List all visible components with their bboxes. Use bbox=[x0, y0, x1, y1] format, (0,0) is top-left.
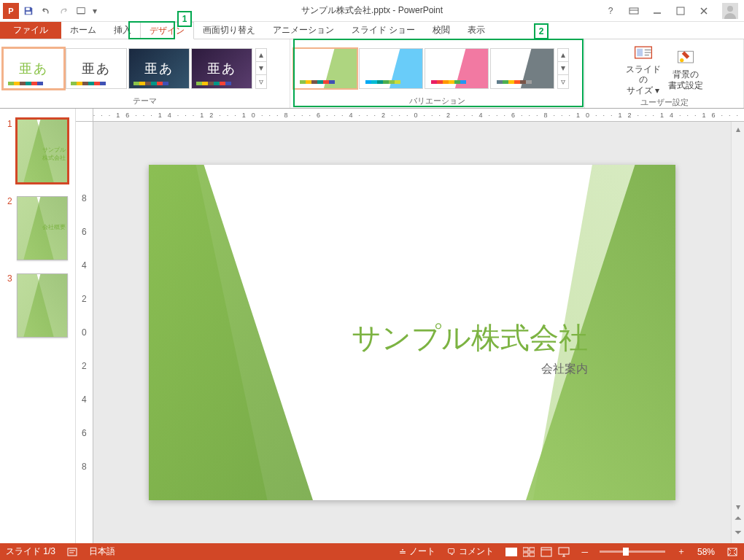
svg-rect-13 bbox=[530, 548, 535, 551]
window-controls: ? bbox=[601, 3, 744, 19]
zoom-slider[interactable] bbox=[600, 551, 665, 553]
svg-rect-16 bbox=[541, 548, 551, 556]
maximize-button[interactable] bbox=[671, 3, 690, 19]
vertical-ruler[interactable]: 864202468 bbox=[76, 122, 93, 543]
svg-rect-0 bbox=[26, 7, 30, 10]
zoom-out-button[interactable]: ─ bbox=[581, 547, 588, 557]
help-button[interactable]: ? bbox=[601, 3, 620, 19]
variation-tile[interactable] bbox=[293, 48, 357, 89]
reading-view-button[interactable] bbox=[540, 547, 552, 557]
vertical-scrollbar[interactable]: ▴ ▾ ⏶ ⏷ bbox=[731, 122, 744, 543]
undo-button[interactable] bbox=[38, 3, 54, 19]
theme-scroll-up[interactable]: ▴ bbox=[256, 49, 266, 62]
spellcheck-button[interactable] bbox=[67, 547, 77, 557]
slide-title[interactable]: サンプル株式会社 bbox=[352, 318, 588, 358]
themes-group-label: テーマ bbox=[3, 94, 287, 106]
slide-size-icon bbox=[633, 42, 654, 63]
variation-tile[interactable] bbox=[425, 48, 489, 89]
editor-area: ···16···14···12···10···8···6···4···2···0… bbox=[76, 109, 744, 543]
scroll-down-icon[interactable]: ▾ bbox=[736, 501, 740, 513]
theme-expand[interactable]: ▿ bbox=[256, 75, 266, 88]
quick-access-toolbar: P ▾ bbox=[0, 3, 99, 19]
variation-expand[interactable]: ▿ bbox=[558, 75, 568, 88]
title-bar: P ▾ サンプル株式会社.pptx - PowerPoint ? bbox=[0, 0, 744, 22]
tab-home[interactable]: ホーム bbox=[61, 22, 105, 39]
tab-review[interactable]: 校閲 bbox=[424, 22, 459, 39]
theme-tile[interactable]: 亜あ bbox=[66, 48, 127, 89]
horizontal-ruler[interactable]: ···16···14···12···10···8···6···4···2···0… bbox=[93, 109, 744, 122]
slide-sorter-button[interactable] bbox=[523, 547, 535, 557]
redo-button[interactable] bbox=[55, 3, 71, 19]
theme-scroll-down[interactable]: ▾ bbox=[256, 62, 266, 75]
slide-subtitle[interactable]: 会社案内 bbox=[541, 362, 588, 377]
svg-rect-11 bbox=[505, 548, 517, 556]
close-button[interactable] bbox=[694, 3, 713, 19]
variation-gallery[interactable] bbox=[293, 48, 554, 89]
thumbnail-row[interactable]: 3 bbox=[7, 273, 68, 338]
variation-tile[interactable] bbox=[359, 48, 423, 89]
ribbon-display-button[interactable] bbox=[624, 3, 643, 19]
background-format-icon bbox=[675, 47, 696, 68]
slide-thumbnails-panel[interactable]: 1 サンプル株式会社 2 会社概要 3 bbox=[0, 109, 76, 543]
normal-view-button[interactable] bbox=[505, 547, 517, 557]
theme-gallery[interactable]: 亜あ 亜あ 亜あ 亜あ bbox=[3, 48, 252, 89]
zoom-level[interactable]: 58% bbox=[697, 547, 715, 557]
slide-canvas-area[interactable]: サンプル株式会社 会社案内 bbox=[93, 122, 731, 543]
qat-dropdown[interactable]: ▾ bbox=[90, 3, 99, 19]
user-account-icon[interactable] bbox=[722, 3, 738, 19]
variations-group-label: バリエーション bbox=[293, 94, 581, 106]
svg-rect-14 bbox=[523, 553, 528, 556]
svg-rect-6 bbox=[635, 47, 651, 58]
prev-slide-button[interactable]: ⏶ bbox=[734, 513, 743, 527]
theme-gallery-spinners[interactable]: ▴ ▾ ▿ bbox=[255, 48, 267, 89]
tab-view[interactable]: 表示 bbox=[459, 22, 494, 39]
tab-insert[interactable]: 挿入 bbox=[105, 22, 140, 39]
slide-thumbnail[interactable] bbox=[17, 273, 68, 338]
svg-rect-15 bbox=[530, 553, 535, 556]
start-from-beginning-button[interactable] bbox=[73, 3, 89, 19]
user-settings-group: スライドのサイズ ▾ 背景の書式設定 ユーザー設定 bbox=[585, 39, 744, 108]
thumbnail-number: 3 bbox=[7, 273, 12, 338]
variation-scroll-down[interactable]: ▾ bbox=[558, 62, 568, 75]
slide-thumbnail[interactable]: 会社概要 bbox=[17, 196, 68, 260]
variation-gallery-spinners[interactable]: ▴ ▾ ▿ bbox=[557, 48, 569, 89]
notes-button[interactable]: ≐ ノート bbox=[399, 545, 435, 558]
svg-rect-2 bbox=[77, 7, 85, 13]
slide-counter[interactable]: スライド 1/3 bbox=[6, 545, 55, 558]
slide-thumbnail[interactable]: サンプル株式会社 bbox=[17, 119, 68, 183]
tab-transitions[interactable]: 画面切り替え bbox=[194, 22, 264, 39]
annotation-callout-1: 1 bbox=[177, 11, 192, 27]
svg-rect-1 bbox=[26, 11, 31, 14]
fit-to-window-button[interactable] bbox=[726, 547, 738, 557]
theme-tile[interactable]: 亜あ bbox=[128, 48, 190, 89]
svg-rect-12 bbox=[523, 548, 528, 551]
thumbnail-row[interactable]: 1 サンプル株式会社 bbox=[7, 119, 68, 183]
next-slide-button[interactable]: ⏷ bbox=[734, 527, 743, 542]
theme-tile[interactable]: 亜あ bbox=[191, 48, 252, 89]
slideshow-view-button[interactable] bbox=[558, 547, 570, 557]
variations-group: ▴ ▾ ▿ バリエーション bbox=[290, 39, 585, 108]
slide-size-button[interactable]: スライドのサイズ ▾ bbox=[625, 42, 662, 96]
zoom-in-button[interactable]: ＋ bbox=[677, 545, 686, 558]
svg-rect-10 bbox=[68, 548, 77, 556]
svg-point-5 bbox=[727, 6, 733, 12]
save-button[interactable] bbox=[20, 3, 36, 19]
variation-tile[interactable] bbox=[490, 48, 554, 89]
user-settings-group-label: ユーザー設定 bbox=[588, 96, 740, 108]
background-format-button[interactable]: 背景の書式設定 bbox=[667, 47, 704, 90]
svg-rect-7 bbox=[637, 49, 643, 57]
comments-button[interactable]: 🗨 コメント bbox=[447, 545, 494, 558]
tab-animations[interactable]: アニメーション bbox=[264, 22, 343, 39]
themes-group: 亜あ 亜あ 亜あ 亜あ ▴ ▾ ▿ テーマ bbox=[0, 39, 290, 108]
minimize-button[interactable] bbox=[648, 3, 667, 19]
slide-canvas[interactable]: サンプル株式会社 会社案内 bbox=[149, 165, 675, 500]
tab-slideshow[interactable]: スライド ショー bbox=[343, 22, 424, 39]
slide-decoration bbox=[149, 165, 336, 500]
language-indicator[interactable]: 日本語 bbox=[89, 545, 115, 558]
theme-tile[interactable]: 亜あ bbox=[3, 48, 64, 89]
thumbnail-row[interactable]: 2 会社概要 bbox=[7, 196, 68, 260]
variation-scroll-up[interactable]: ▴ bbox=[558, 49, 568, 62]
scroll-up-icon[interactable]: ▴ bbox=[736, 123, 740, 135]
ribbon-tabs: ファイル ホーム 挿入 デザイン 画面切り替え アニメーション スライド ショー… bbox=[0, 22, 744, 39]
file-tab[interactable]: ファイル bbox=[0, 22, 61, 39]
